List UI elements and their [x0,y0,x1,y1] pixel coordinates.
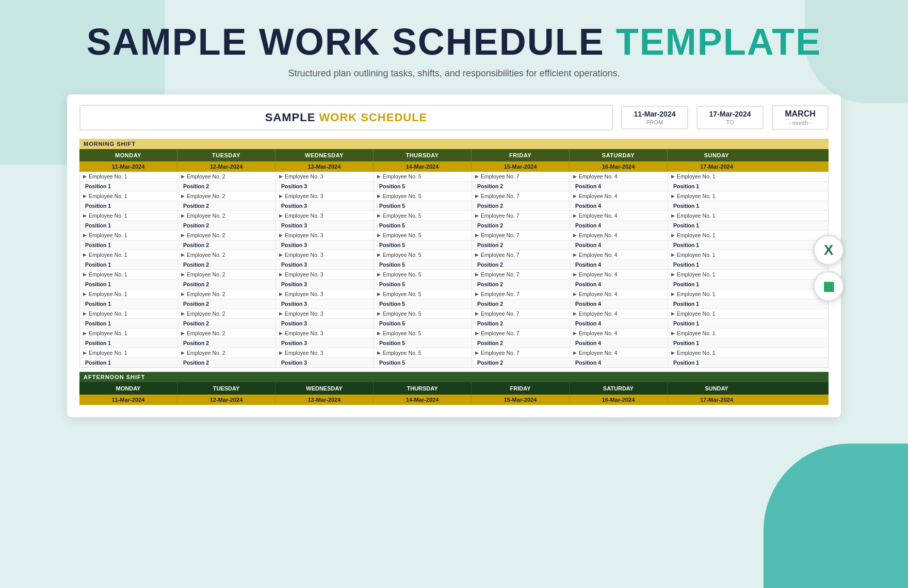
morning-emp-row-15: Position 1Position 2Position 3Position 5… [80,319,828,329]
date-to-box: 17-Mar-2024 TO [696,106,764,129]
page-title: SAMPLE WORK SCHEDULE TEMPLATE [31,21,877,63]
morning-emp-cell-2-0: ▶Employee No. 1 [80,191,178,201]
morning-emp-cell-14-3: ▶Employee No. 5 [374,309,472,318]
morning-emp-cell-10-0: ▶Employee No. 1 [80,270,178,279]
morning-emp-cell-15-0: Position 1 [80,319,178,328]
morning-emp-row-19: Position 1Position 2Position 3Position 5… [80,358,828,367]
date-to-label: TO [706,119,754,125]
morning-emp-cell-8-3: ▶Employee No. 5 [374,250,472,259]
morning-emp-cell-13-6: Position 1 [668,299,766,308]
row-arrow-icon: ▶ [475,291,479,297]
morning-emp-cell-17-5: Position 4 [570,338,668,348]
row-arrow-icon: ▶ [573,193,577,199]
afternoon-day-headers: MONDAYTUESDAYWEDNESDAYTHURSDAYFRIDAYSATU… [79,382,829,395]
row-arrow-icon: ▶ [181,213,185,218]
date-from-value: 11-Mar-2024 [630,110,679,118]
morning-emp-cell-0-1: ▶Employee No. 2 [178,172,276,181]
morning-date-12-Mar-2024: 12-Mar-2024 [177,161,275,172]
row-arrow-icon: ▶ [671,174,675,179]
row-arrow-icon: ▶ [573,311,577,316]
morning-data-rows: ▶Employee No. 1▶Employee No. 2▶Employee … [79,172,829,368]
row-arrow-icon: ▶ [279,350,283,355]
morning-emp-cell-7-4: Position 2 [472,240,570,250]
row-arrow-icon: ▶ [475,213,479,218]
morning-emp-cell-11-4: Position 2 [472,280,570,289]
morning-emp-cell-8-0: ▶Employee No. 1 [80,250,178,259]
morning-emp-cell-3-5: Position 4 [570,201,668,210]
morning-emp-cell-18-0: ▶Employee No. 1 [80,348,178,357]
afternoon-date-14-Mar-2024: 14-Mar-2024 [374,395,472,405]
morning-emp-cell-6-6: ▶Employee No. 1 [668,231,766,240]
morning-emp-cell-10-5: ▶Employee No. 4 [570,270,668,279]
month-value: MARCH [783,109,817,119]
morning-emp-cell-4-3: ▶Employee No. 5 [374,211,472,220]
row-arrow-icon: ▶ [573,291,577,297]
row-arrow-icon: ▶ [181,193,185,199]
morning-date-11-Mar-2024: 11-Mar-2024 [79,161,177,172]
morning-emp-cell-6-1: ▶Employee No. 2 [178,231,276,240]
afternoon-date-12-Mar-2024: 12-Mar-2024 [177,395,275,405]
row-arrow-icon: ▶ [279,252,283,257]
morning-emp-cell-15-1: Position 2 [178,319,276,328]
morning-emp-cell-5-2: Position 3 [276,221,374,230]
morning-emp-cell-16-0: ▶Employee No. 1 [80,329,178,338]
morning-day-header-saturday: SATURDAY [570,149,668,161]
morning-emp-cell-13-2: Position 3 [276,299,374,308]
morning-emp-cell-14-0: ▶Employee No. 1 [80,309,178,318]
row-arrow-icon: ▶ [181,291,185,297]
morning-emp-cell-5-0: Position 1 [80,221,178,230]
excel-icon-button[interactable]: X [813,235,844,266]
morning-emp-cell-13-1: Position 2 [178,299,276,308]
morning-emp-cell-1-6: Position 1 [668,182,766,191]
row-arrow-icon: ▶ [181,272,185,277]
morning-emp-cell-11-6: Position 1 [668,280,766,289]
row-arrow-icon: ▶ [475,174,479,179]
morning-emp-cell-17-4: Position 2 [472,338,570,348]
morning-emp-cell-7-6: Position 1 [668,240,766,250]
morning-emp-cell-7-5: Position 4 [570,240,668,250]
morning-emp-cell-2-1: ▶Employee No. 2 [178,191,276,201]
afternoon-day-header-thursday: THURSDAY [374,382,472,395]
morning-emp-row-0: ▶Employee No. 1▶Employee No. 2▶Employee … [80,172,828,182]
morning-emp-cell-8-4: ▶Employee No. 7 [472,250,570,259]
afternoon-day-header-saturday: SATURDAY [570,382,668,395]
morning-emp-cell-12-2: ▶Employee No. 3 [276,289,374,299]
morning-emp-cell-3-3: Position 5 [374,201,472,210]
morning-emp-cell-19-6: Position 1 [668,358,766,367]
morning-day-header-monday: MONDAY [79,149,177,161]
morning-day-header-friday: FRIDAY [472,149,570,161]
row-arrow-icon: ▶ [279,233,283,238]
morning-date-16-Mar-2024: 16-Mar-2024 [570,161,668,172]
row-arrow-icon: ▶ [573,252,577,257]
morning-emp-cell-0-0: ▶Employee No. 1 [80,172,178,181]
morning-emp-row-5: Position 1Position 2Position 3Position 5… [80,221,828,231]
afternoon-day-header-tuesday: TUESDAY [177,382,275,395]
row-arrow-icon: ▶ [181,233,185,238]
morning-emp-cell-9-0: Position 1 [80,260,178,269]
morning-emp-cell-0-2: ▶Employee No. 3 [276,172,374,181]
row-arrow-icon: ▶ [377,174,381,179]
morning-emp-cell-14-4: ▶Employee No. 7 [472,309,570,318]
morning-emp-cell-13-3: Position 5 [374,299,472,308]
row-arrow-icon: ▶ [573,174,577,179]
app-icons: X ▦ [813,235,844,302]
morning-emp-cell-13-0: Position 1 [80,299,178,308]
sheets-icon-button[interactable]: ▦ [813,271,844,302]
morning-emp-cell-10-6: ▶Employee No. 1 [668,270,766,279]
morning-date-17-Mar-2024: 17-Mar-2024 [668,161,766,172]
morning-emp-cell-19-0: Position 1 [80,358,178,367]
row-arrow-icon: ▶ [475,311,479,316]
morning-emp-row-3: Position 1Position 2Position 3Position 5… [80,201,828,211]
morning-emp-cell-0-3: ▶Employee No. 5 [374,172,472,181]
row-arrow-icon: ▶ [671,193,675,199]
row-arrow-icon: ▶ [83,291,87,297]
schedule-header: SAMPLE WORK SCHEDULE 11-Mar-2024 FROM 17… [79,105,829,130]
morning-emp-cell-5-3: Position 5 [374,221,472,230]
morning-emp-cell-5-6: Position 1 [668,221,766,230]
schedule-title-plain: SAMPLE WORK SCHEDULE [265,111,428,124]
row-arrow-icon: ▶ [181,350,185,355]
morning-emp-cell-3-2: Position 3 [276,201,374,210]
morning-emp-row-6: ▶Employee No. 1▶Employee No. 2▶Employee … [80,231,828,240]
morning-emp-cell-16-1: ▶Employee No. 2 [178,329,276,338]
row-arrow-icon: ▶ [377,193,381,199]
